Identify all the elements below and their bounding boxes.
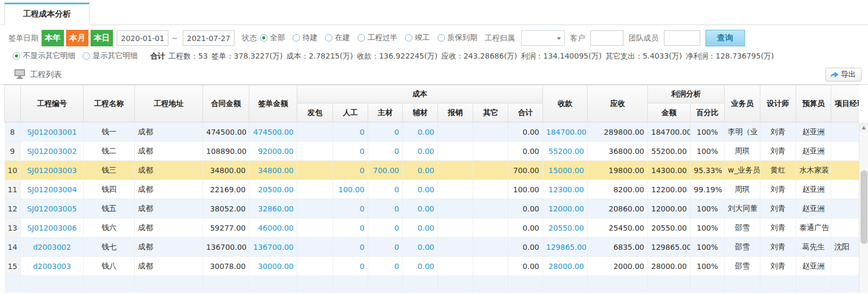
summary-stat: 其它支出：5.4033(万)	[605, 52, 682, 60]
project-code-link[interactable]: SJ012003006	[21, 218, 84, 238]
cost-aux-material: 0.00	[403, 180, 438, 199]
stat-value: 128.736795(万)	[716, 52, 774, 60]
cost-other	[473, 257, 508, 276]
profit-percent	[691, 276, 725, 293]
received-amount: 20550.00	[543, 218, 588, 238]
project-code-link[interactable]: SJ012003003	[21, 161, 84, 180]
project-code-link[interactable]: SJ012003001	[21, 123, 84, 142]
status-option[interactable]: 质保到期	[437, 33, 477, 43]
project-code-anchor[interactable]: SJ012003002	[27, 147, 77, 156]
project-name: 钱五	[84, 199, 135, 218]
col-profit-amount: 金额	[648, 103, 691, 123]
project-code-anchor[interactable]: SJ012003006	[27, 224, 77, 232]
col-group-cost: 成本	[297, 85, 543, 103]
detail-option[interactable]: 不显示其它明细	[13, 51, 75, 61]
project-name	[84, 276, 135, 293]
radio-icon	[358, 34, 365, 42]
summary-stat: 利润：134.140095(万)	[521, 52, 602, 60]
col-profit-percent: 百分比	[691, 103, 725, 123]
col-cost-other: 其它	[473, 103, 508, 123]
status-option[interactable]: 竣工	[405, 33, 430, 43]
stat-label: 应收	[441, 52, 456, 60]
cost-reimburse	[438, 276, 473, 293]
project-code-link[interactable]: SJ012003002	[21, 142, 84, 161]
col-salesman: 业务员	[725, 85, 760, 123]
project-code-anchor[interactable]: SJ012003004	[27, 185, 77, 194]
status-option[interactable]: 全部	[260, 33, 285, 43]
this-year-button[interactable]: 本年	[42, 30, 64, 46]
contract-amount: 34800.00	[203, 161, 249, 180]
project-table-viewport: 工程编号 工程名称 工程地址 合同金额 签单金额 成本 收款 应收 利润分析 业…	[4, 85, 859, 293]
col-cost-aux-material: 辅材	[403, 103, 438, 123]
radio-icon	[13, 52, 20, 60]
profit-percent: 95.33%	[691, 161, 725, 180]
designer: 刘青	[760, 123, 796, 142]
cost-total: 0.00	[508, 218, 543, 238]
designer: 刘青	[760, 142, 796, 161]
project-code-anchor[interactable]: SJ012003001	[27, 128, 77, 136]
project-code-anchor[interactable]: d2003002	[33, 243, 71, 251]
project-manager	[831, 199, 859, 218]
table-row[interactable]: 10SJ012003003钱三成都34800.0034800.000700.00…	[5, 161, 859, 180]
project-owner-select[interactable]	[521, 30, 565, 46]
contract-amount: 30078.00	[203, 257, 249, 276]
status-option[interactable]: 在建	[325, 33, 350, 43]
project-code-link[interactable]: d2003003	[21, 257, 84, 276]
project-code-link[interactable]: d2003002	[21, 238, 84, 257]
project-code-anchor[interactable]: SJ012003003	[27, 166, 77, 175]
received-amount: 28000.00	[543, 257, 588, 276]
project-code-anchor[interactable]: d2003003	[33, 262, 71, 271]
cost-labor: 0	[333, 238, 368, 257]
signed-amount: 474500.00	[249, 123, 297, 142]
team-member-label: 团队成员	[629, 34, 659, 43]
status-option[interactable]: 待建	[293, 33, 318, 43]
cost-outsource	[297, 161, 333, 180]
scroll-up-arrow-icon[interactable]: ▲	[859, 123, 868, 132]
this-day-button[interactable]: 本日	[91, 30, 113, 46]
tab-project-cost-analysis[interactable]: 工程成本分析	[4, 3, 90, 25]
salesman: 周琪	[725, 142, 760, 161]
status-option-label: 待建	[303, 33, 318, 43]
estimator: 葛先生	[796, 238, 831, 257]
project-code-anchor[interactable]: SJ012003005	[27, 205, 77, 213]
project-code-link[interactable]: SJ012003004	[21, 180, 84, 199]
table-row[interactable]: 14d2003002钱七成都136700.00136700.00000.000.…	[5, 238, 859, 257]
cost-outsource	[297, 180, 333, 199]
cost-other	[473, 123, 508, 142]
status-option[interactable]: 工程过半	[358, 33, 398, 43]
row-number: 10	[5, 161, 21, 180]
signed-amount: 32860.00	[249, 199, 297, 218]
table-row[interactable]: 15d2003003钱八成都30078.0030000.00000.000.00…	[5, 257, 859, 276]
scrollbar-thumb[interactable]	[861, 170, 867, 244]
col-row-number	[5, 85, 21, 123]
project-code-link[interactable]: SJ012003005	[21, 199, 84, 218]
date-from-input[interactable]	[117, 30, 168, 46]
table-row[interactable]: 9SJ012003002钱二成都108890.0092000.00000.000…	[5, 142, 859, 161]
row-number: 13	[5, 218, 21, 238]
table-row[interactable]: 13SJ012003006钱六成都59277.0046000.00000.000…	[5, 218, 859, 238]
stat-value: 2.78215(万)	[309, 52, 353, 60]
cost-aux-material: 0.00	[403, 218, 438, 238]
detail-option[interactable]: 显示其它明细	[83, 51, 137, 61]
export-button[interactable]: 导出	[825, 68, 862, 81]
table-row[interactable]: 8SJ012003001钱一成都474500.00474500.00000.00…	[5, 123, 859, 142]
project-manager	[831, 161, 859, 180]
status-label: 状态	[242, 34, 257, 43]
section-title: 工程列表	[30, 70, 825, 80]
status-option-label: 全部	[270, 33, 285, 43]
table-row[interactable]: 12SJ012003005钱五成都38052.0032860.00000.000…	[5, 199, 859, 218]
customer-input[interactable]	[590, 30, 623, 46]
cost-outsource	[297, 199, 333, 218]
contract-amount: 59277.00	[203, 218, 249, 238]
team-member-input[interactable]	[664, 30, 700, 46]
table-row[interactable]: 11SJ012003004钱四成都22169.0020500.00100.000…	[5, 180, 859, 199]
col-project-manager: 项目经理	[831, 85, 859, 123]
cost-reimburse	[438, 142, 473, 161]
designer: 黄红	[760, 161, 796, 180]
this-month-button[interactable]: 本月	[66, 30, 88, 46]
stat-value: 5.4033(万)	[643, 52, 682, 60]
search-button[interactable]: 查询	[705, 30, 745, 46]
col-group-profit-analysis: 利润分析	[648, 85, 725, 103]
date-to-input[interactable]	[183, 30, 234, 46]
vertical-scrollbar[interactable]: ▲	[859, 123, 868, 293]
